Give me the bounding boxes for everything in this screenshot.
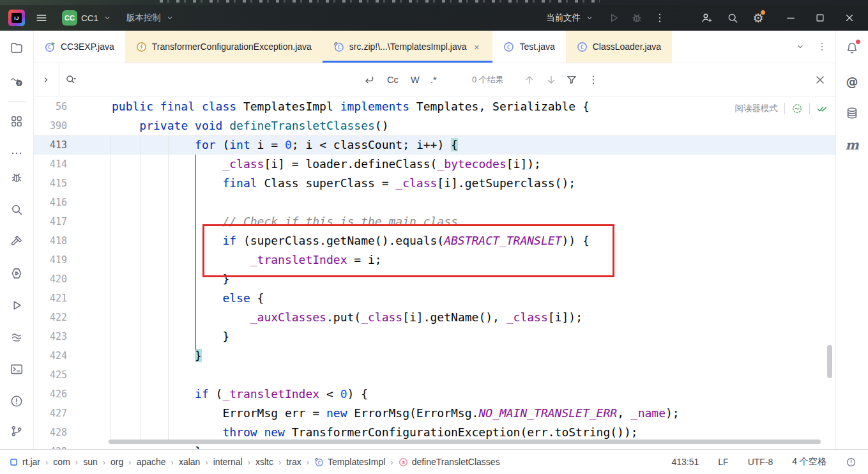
jar-icon [9, 457, 19, 467]
search-input[interactable] [82, 70, 350, 90]
tab-list: CCC3EXP.javaTransformerConfigurationExce… [34, 31, 787, 63]
words-toggle[interactable]: W [411, 75, 420, 85]
more-kebab-icon[interactable] [816, 41, 828, 52]
tool-stripe-notifications-bell-icon[interactable] [842, 38, 862, 58]
main-menu-button[interactable] [31, 9, 52, 27]
tool-stripe-project-folder-icon[interactable] [6, 38, 27, 58]
code-line: 423 } [34, 327, 835, 346]
filter-icon[interactable] [565, 73, 578, 86]
user-plus-icon[interactable] [701, 11, 713, 24]
line-number: 424 [34, 346, 67, 365]
titlebar-tools: ⚙ [701, 11, 765, 24]
settings-gear-icon[interactable]: ⚙ [752, 11, 765, 24]
sticky-lines-border [34, 135, 835, 136]
line-number: 419 [34, 250, 67, 270]
vcs-label: 版本控制 [126, 12, 161, 24]
breadcrumb-item[interactable]: xalan [179, 457, 200, 467]
tool-stripe-learn-help-icon[interactable]: ? [6, 72, 27, 92]
code-editor[interactable]: 56public final class TemplatesImpl imple… [34, 96, 835, 449]
tool-stripe-run-play-icon[interactable] [6, 295, 27, 316]
tool-stripe-more-tools-icon[interactable] [6, 143, 27, 164]
close-icon[interactable] [844, 12, 855, 24]
search-options-icon[interactable] [587, 73, 600, 86]
minimize-icon[interactable] [785, 12, 796, 24]
breadcrumb-item[interactable]: rt.jar [9, 457, 40, 467]
services-icon [10, 266, 24, 280]
indent-guide [141, 135, 141, 440]
line-separator[interactable]: LF [718, 457, 728, 467]
tool-stripe-problems-waves-icon[interactable] [6, 327, 27, 348]
code-line: 414 _class[i] = loader.defineClass(_byte… [34, 155, 835, 174]
indent-guide [110, 135, 110, 440]
editor-tab[interactable]: Csrc.zip!\...\TemplatesImpl.java× [323, 31, 493, 63]
file-encoding[interactable]: UTF-8 [748, 457, 773, 467]
tool-stripe-ai-assistant-icon[interactable]: @ [842, 72, 862, 92]
titlebar-left: IJ CC CC1 版本控制 [0, 5, 179, 31]
status-widgets: 413:51 LF UTF-8 4 个空格 [671, 456, 859, 468]
indent-size[interactable]: 4 个空格 [792, 456, 826, 468]
breadcrumb-item[interactable]: CTemplatesImpl [314, 457, 385, 467]
tab-close-icon[interactable]: × [471, 42, 482, 52]
breadcrumb-label: defineTransletClasses [412, 457, 500, 467]
match-case-toggle[interactable]: Cc [387, 75, 399, 85]
search-with-caret-icon[interactable] [65, 73, 77, 86]
vcs-widget[interactable]: 版本控制 [123, 10, 179, 26]
maximize-icon[interactable] [814, 12, 826, 24]
search-icon[interactable] [726, 11, 739, 24]
breadcrumb-item[interactable]: org [110, 457, 123, 467]
breadcrumb-item[interactable]: xsltc [255, 457, 273, 467]
code-line: 413 for (int i = 0; i < classCount; i++)… [34, 135, 835, 155]
tool-stripe-maven-icon[interactable]: m [842, 135, 862, 155]
caret-position[interactable]: 413:51 [671, 457, 699, 467]
expand-replace-icon[interactable] [40, 74, 52, 86]
class-icon: C [577, 42, 588, 52]
multiline-toggle-icon[interactable] [363, 73, 376, 86]
horizontal-scrollbar[interactable] [109, 440, 821, 444]
chevron-down-icon [584, 13, 595, 23]
tab-bar-controls [787, 31, 835, 63]
next-match-icon[interactable] [545, 73, 558, 86]
close-search-icon[interactable] [814, 73, 826, 86]
chevron-down-icon[interactable] [795, 41, 806, 52]
inspection-squiggle-icon[interactable] [791, 103, 803, 114]
titlebar-right: 当前文件 ⚙ [542, 5, 868, 31]
tool-stripe-terminal-icon[interactable] [6, 359, 27, 379]
line-number: 426 [34, 385, 67, 404]
project-widget[interactable]: CC CC1 [58, 8, 116, 28]
event-log-icon[interactable] [846, 457, 857, 468]
regex-toggle[interactable]: .* [430, 75, 437, 85]
widget-divider [809, 103, 810, 114]
tool-stripe-git-branch-icon[interactable] [6, 421, 27, 441]
tool-stripe-services-icon[interactable] [6, 263, 27, 284]
previous-match-icon[interactable] [523, 73, 536, 86]
tool-stripe-error-alerts-icon[interactable] [6, 391, 27, 411]
breadcrumb-item[interactable]: mdefineTransletClasses [399, 457, 500, 467]
editor-tab[interactable]: CClassLoader.java [566, 31, 672, 63]
breadcrumb-item[interactable]: com [53, 457, 70, 467]
breadcrumb-item[interactable]: sun [83, 457, 98, 467]
vertical-scrollbar[interactable] [827, 345, 832, 378]
breadcrumb-separator: › [171, 457, 174, 467]
tool-stripe-database-icon[interactable] [842, 103, 862, 123]
svg-text:C: C [337, 43, 340, 50]
breadcrumb-separator: › [103, 457, 105, 467]
editor-tab[interactable]: TransformerConfigurationException.java [125, 31, 323, 63]
editor-tab[interactable]: CCC3EXP.java [34, 31, 125, 63]
run-play-icon[interactable] [607, 11, 620, 24]
breadcrumb-item[interactable]: trax [286, 457, 301, 467]
svg-text:?: ? [18, 80, 21, 86]
reader-mode-label[interactable]: 阅读器模式 [735, 103, 779, 114]
tool-stripe-structure-icon[interactable] [6, 111, 27, 132]
breadcrumb-item[interactable]: internal [213, 457, 243, 467]
tool-stripe-build-hammer-icon[interactable] [6, 231, 27, 251]
breadcrumb-item[interactable]: apache [137, 457, 166, 467]
debug-bug-icon[interactable] [630, 11, 643, 24]
more-kebab-icon[interactable] [653, 11, 666, 24]
code-text: _auxClasses.put(_class[i].getName(), _cl… [112, 308, 582, 327]
tool-stripe-debug-bug-icon[interactable] [6, 167, 27, 188]
editor-tab[interactable]: CTest.java [492, 31, 565, 63]
tab-label: TransformerConfigurationException.java [152, 42, 312, 52]
run-configuration-widget[interactable]: 当前文件 [542, 10, 598, 26]
double-check-icon[interactable] [816, 103, 828, 114]
tool-stripe-search-everywhere-icon[interactable] [6, 199, 27, 220]
